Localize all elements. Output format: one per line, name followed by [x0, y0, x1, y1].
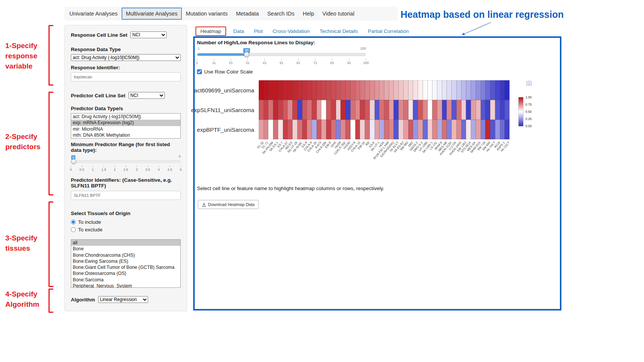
heatmap-row-label-act609699-unisarcoma[interactable]: act609699_uniSarcoma [195, 80, 257, 100]
heatmap-cell[interactable] [288, 100, 292, 120]
heatmap-cell[interactable] [268, 120, 273, 139]
heatmap-cell[interactable] [456, 80, 461, 100]
heatmap-cell[interactable] [389, 80, 394, 100]
nav-item-video-tutorial[interactable]: Video tutorial [318, 8, 358, 20]
heatmap-cell[interactable] [481, 100, 486, 120]
heatmap-cell[interactable] [321, 120, 326, 139]
heatmap-cell[interactable] [341, 120, 345, 139]
heatmap-cell[interactable] [326, 100, 331, 120]
heatmap-cell[interactable] [379, 80, 384, 100]
heatmap-cell[interactable] [461, 120, 466, 139]
heatmap-cell[interactable] [365, 80, 370, 100]
tissue-option-bone-chondrosarcoma-chs[interactable]: Bone:Chondrosarcoma (CHS) [71, 252, 180, 258]
heatmap-cell[interactable] [379, 100, 384, 120]
predictor-cell-line-set-select[interactable]: NCI [128, 92, 165, 99]
heatmap-cell[interactable] [268, 100, 273, 120]
heatmap-row-label-expslfn11-unisarcoma[interactable]: expSLFN11_uniSarcoma [195, 100, 257, 120]
tissue-option-bone-osteosarcoma-os[interactable]: Bone:Osteosarcoma (OS) [71, 270, 180, 276]
heatmap-cell[interactable] [326, 80, 331, 100]
tissue-listbox[interactable]: allBoneBone:Chondrosarcoma (CHS)Bone:Ewi… [71, 239, 181, 288]
heatmap-cell[interactable] [355, 120, 360, 139]
heatmap-cell[interactable] [370, 120, 375, 139]
heatmap-cell[interactable] [317, 120, 322, 139]
heatmap-cell[interactable] [365, 100, 370, 120]
heatmap-cell[interactable] [403, 100, 408, 120]
nav-item-mutation-variants[interactable]: Mutation variants [182, 8, 232, 20]
nav-item-multivariate-analyses[interactable]: Multivariate Analyses [122, 8, 181, 20]
heatmap-cell[interactable] [350, 100, 355, 120]
heatmap-cell[interactable] [428, 100, 433, 120]
heatmap-cell[interactable] [336, 100, 341, 120]
response-lines-slider[interactable]: 1 100 30 1112131415161718191100 [197, 46, 366, 68]
heatmap-cell[interactable] [264, 120, 269, 139]
heatmap-cell[interactable] [384, 120, 389, 139]
heatmap-cell[interactable] [375, 100, 380, 120]
heatmap-cell[interactable] [408, 80, 413, 100]
heatmap-cell[interactable] [273, 80, 278, 100]
heatmap-cell[interactable] [288, 120, 292, 139]
heatmap-cell[interactable] [331, 100, 336, 120]
heatmap-cell[interactable] [500, 120, 505, 139]
tissue-include-radio[interactable] [71, 220, 76, 225]
heatmap-cell[interactable] [355, 100, 360, 120]
tissue-exclude-radio[interactable] [71, 227, 76, 232]
heatmap-cell[interactable] [485, 100, 490, 120]
heatmap-cell[interactable] [355, 80, 360, 100]
heatmap-cell[interactable] [384, 80, 389, 100]
tab-partial-correlation[interactable]: Partial Correlation [363, 27, 414, 36]
heatmap-cell[interactable] [365, 120, 370, 139]
heatmap-cell[interactable] [307, 100, 312, 120]
heatmap-cell[interactable] [283, 80, 288, 100]
tab-cross-validation[interactable]: Cross-Validation [268, 27, 315, 36]
heatmap-cell[interactable] [345, 120, 350, 139]
heatmap-cell[interactable] [447, 80, 452, 100]
heatmap-cell[interactable] [307, 120, 312, 139]
tab-technical-details[interactable]: Technical Details [315, 27, 363, 36]
heatmap-cell[interactable] [461, 100, 466, 120]
heatmap-cell[interactable] [384, 100, 389, 120]
heatmap-cell[interactable] [399, 80, 403, 100]
predictor-type-option-mth-dna-850k-methylation[interactable]: mth: DNA 850K Methylation [71, 132, 180, 138]
heatmap-cell[interactable] [283, 100, 288, 120]
tab-data[interactable]: Data [228, 27, 249, 36]
tissue-option-all[interactable]: all [71, 240, 180, 246]
heatmap-cell[interactable] [273, 100, 278, 120]
heatmap-cell[interactable] [495, 80, 500, 100]
nav-item-search-ids[interactable]: Search IDs [263, 8, 299, 20]
heatmap-cell[interactable] [456, 100, 461, 120]
heatmap-cell[interactable] [399, 120, 403, 139]
slider-handle[interactable] [244, 52, 249, 57]
heatmap-cell[interactable] [375, 80, 380, 100]
heatmap-cell[interactable] [321, 100, 326, 120]
tissue-option-bone-ewing-sarcoma-es[interactable]: Bone:Ewing Sarcoma (ES) [71, 258, 180, 264]
nav-item-univariate-analyses[interactable]: Univariate Analyses [65, 8, 122, 20]
heatmap-cell[interactable] [428, 80, 433, 100]
heatmap-cell[interactable] [456, 120, 461, 139]
heatmap-cell[interactable] [345, 100, 350, 120]
heatmap-cell[interactable] [336, 80, 341, 100]
heatmap-cell[interactable] [461, 80, 466, 100]
heatmap-cell[interactable] [447, 100, 452, 120]
heatmap-cell[interactable] [341, 100, 345, 120]
heatmap-cell[interactable] [408, 120, 413, 139]
tissue-option-bone[interactable]: Bone [71, 246, 180, 252]
heatmap-cell[interactable] [302, 100, 307, 120]
heatmap-cell[interactable] [423, 120, 428, 139]
heatmap-cell[interactable] [394, 80, 399, 100]
predictor-type-option-exp-mrna-expression-log2[interactable]: exp: mRNA Expression (log2) [71, 120, 180, 126]
heatmap-cell[interactable] [437, 80, 442, 100]
heatmap-cell[interactable] [452, 120, 456, 139]
heatmap-cell[interactable] [312, 100, 317, 120]
response-data-type-select[interactable]: act: Drug Activity (-log10[IC50M]) [71, 54, 181, 61]
heatmap-cell[interactable] [418, 100, 423, 120]
tab-plot[interactable]: Plot [249, 27, 267, 36]
min-range-track[interactable]: 0 [71, 160, 181, 163]
heatmap-cell[interactable] [471, 80, 476, 100]
heatmap-cell[interactable] [485, 120, 490, 139]
tab-heatmap[interactable]: Heatmap [195, 27, 226, 36]
response-identifier-input[interactable] [71, 72, 181, 81]
use-row-color-scale-checkbox[interactable] [197, 69, 202, 74]
min-predictor-range-slider[interactable]: 5 0 00.511.522.533.544.55 [71, 154, 181, 173]
heatmap-cell[interactable] [432, 120, 437, 139]
heatmap-cell[interactable] [500, 100, 505, 120]
